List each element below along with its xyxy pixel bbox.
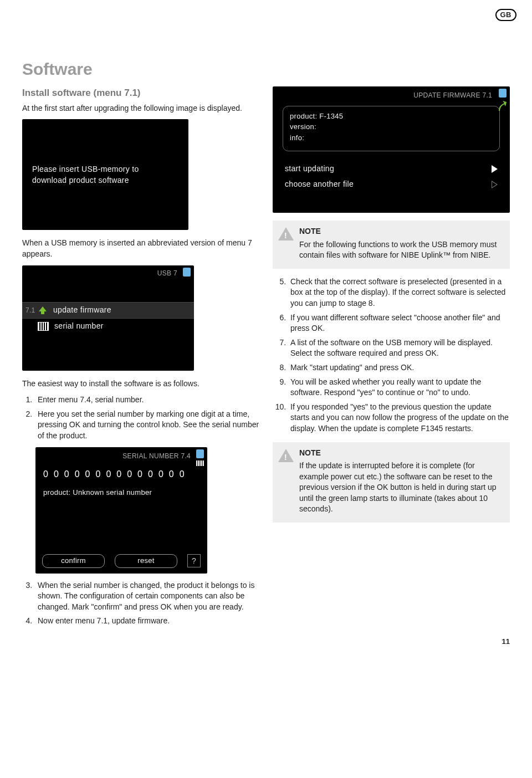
step-10: If you responded "yes" to the previous q… — [288, 402, 510, 434]
after-insert-text: When a USB memory is inserted an abbrevi… — [22, 238, 259, 259]
note-box-2: NOTE If the update is interrupted before… — [273, 442, 510, 523]
action-start-label: start updating — [285, 163, 334, 175]
left-steps-3-4: When the serial number is changed, the p… — [22, 580, 259, 627]
note1-title: NOTE — [299, 226, 502, 237]
serial-product-line: product: Unknown serial number — [35, 484, 207, 498]
green-arrow-icon — [498, 100, 507, 113]
left-column: Install software (menu 7.1) At the first… — [22, 86, 259, 632]
menu-row-update-firmware: 7.1 update firmware — [22, 302, 194, 319]
section-subheading: Install software (menu 7.1) — [22, 86, 259, 100]
menu-row-serial-label: serial number — [54, 321, 104, 332]
intro-paragraph: At the first start after upgrading the f… — [22, 103, 259, 114]
right-steps: Check that the correct software is prese… — [273, 277, 510, 434]
screen-usb7-title: USB 7 — [22, 265, 194, 286]
serial-digits: 00000000000000 — [35, 465, 207, 484]
screen-insert-line1: Please insert USB-memory to — [32, 163, 178, 175]
page-number: 11 — [502, 637, 510, 647]
menu-row-update-label: update firmware — [53, 305, 111, 316]
device-screen-serial: SERIAL NUMBER 7.4 00000000000000 product… — [35, 447, 207, 574]
device-screen-update: UPDATE FIRMWARE 7.1 product: F-1345 vers… — [273, 86, 510, 213]
step-7: A list of the software on the USB memory… — [288, 337, 510, 359]
action-choose-another: choose another file — [285, 177, 498, 192]
help-icon: ? — [187, 554, 201, 567]
left-steps-1-2: Enter menu 7.4, serial number. Here you … — [22, 395, 259, 441]
screen-insert-line2: download product software — [32, 175, 178, 186]
right-column: UPDATE FIRMWARE 7.1 product: F-1345 vers… — [273, 86, 510, 632]
update-info-line: info: — [290, 132, 493, 144]
note2-title: NOTE — [299, 448, 502, 459]
step-3: When the serial number is changed, the p… — [34, 580, 259, 613]
device-screen-insert-usb: Please insert USB-memory to download pro… — [22, 119, 188, 230]
action-start-updating: start updating — [285, 161, 498, 177]
easiest-intro: The easiest way to install the software … — [22, 378, 259, 390]
step-2: Here you set the serial number by markin… — [34, 409, 259, 442]
update-version-line: version: — [290, 121, 493, 132]
warning-icon — [278, 449, 294, 462]
region-badge: GB — [495, 9, 517, 21]
note1-body: For the following functions to work the … — [299, 239, 502, 261]
note-box-1: NOTE For the following functions to work… — [273, 221, 510, 269]
screen-serial-title: SERIAL NUMBER 7.4 — [35, 449, 207, 465]
page-title: Software — [22, 58, 510, 81]
step-6: If you want different software select "c… — [288, 313, 510, 334]
barcode-icon — [38, 322, 49, 331]
play-outline-icon — [492, 181, 498, 188]
step-1: Enter menu 7.4, serial number. — [34, 395, 259, 406]
update-info-box: product: F-1345 version: info: — [283, 106, 500, 152]
barcode-small-icon — [196, 460, 204, 466]
reset-button: reset — [115, 554, 177, 567]
step-9: You will be asked whether you really wan… — [288, 377, 510, 398]
update-product-line: product: F-1345 — [290, 111, 493, 122]
step-4: Now enter menu 7.1, update firmware. — [34, 616, 259, 627]
step-8: Mark "start updating" and press OK. — [288, 362, 510, 373]
screen-update-title: UPDATE FIRMWARE 7.1 — [273, 90, 510, 106]
play-solid-icon — [492, 165, 498, 173]
arrow-up-icon — [38, 306, 48, 315]
confirm-button: confirm — [42, 554, 105, 567]
device-screen-usb7: USB 7 7.1 update firmware serial number — [22, 265, 194, 371]
action-choose-label: choose another file — [285, 179, 354, 190]
step-5: Check that the correct software is prese… — [288, 277, 510, 309]
usb-icon — [196, 449, 204, 458]
warning-icon — [278, 227, 294, 240]
menu-row-serial-number: serial number — [22, 319, 194, 334]
note2-body: If the update is interrupted before it i… — [299, 460, 502, 515]
menu-row-number: 7.1 — [25, 306, 38, 315]
usb-icon — [183, 268, 191, 277]
usb-icon — [499, 89, 507, 98]
